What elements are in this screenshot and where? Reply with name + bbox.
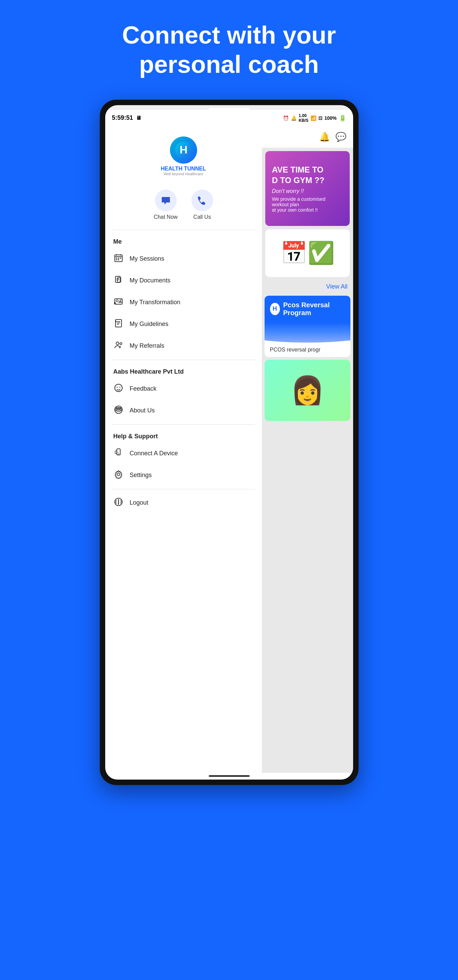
bell-icon: 🔔 — [291, 115, 297, 121]
battery-icon: 🔋 — [339, 115, 346, 122]
svg-point-29 — [116, 387, 118, 388]
svg-point-26 — [116, 342, 119, 345]
schedule-icon: 📅✅ — [280, 240, 335, 266]
alarm-icon: ⏰ — [283, 115, 289, 121]
svg-rect-7 — [118, 258, 119, 259]
referrals-icon — [113, 340, 124, 352]
documents-icon — [113, 275, 124, 286]
notifications-icon[interactable]: 🔔 — [319, 132, 330, 142]
menu-item-my-transformation[interactable]: My Transformation — [105, 292, 262, 313]
chat-now-button[interactable]: Chat Now — [153, 189, 177, 220]
divider-4 — [112, 489, 255, 489]
menu-item-about-us[interactable]: About Us — [105, 400, 262, 422]
svg-point-36 — [118, 409, 119, 410]
guidelines-svg — [114, 319, 123, 328]
call-us-button[interactable]: Call Us — [191, 189, 213, 220]
call-icon-circle — [191, 189, 213, 211]
menu-item-connect-device[interactable]: Connect A Device — [105, 443, 262, 465]
call-svg-icon — [197, 195, 208, 206]
sessions-icon — [113, 253, 124, 264]
svg-point-27 — [120, 343, 122, 345]
svg-rect-21 — [115, 320, 121, 327]
menu-item-my-guidelines[interactable]: My Guidelines — [105, 313, 262, 335]
call-us-label: Call Us — [193, 214, 211, 220]
top-icons-bar: 🔔 💬 — [262, 126, 353, 148]
feedback-label: Feedback — [130, 385, 156, 392]
battery-percent: 100% — [324, 115, 337, 121]
app-logo: H — [170, 137, 197, 164]
menu-item-settings[interactable]: Settings — [105, 465, 262, 486]
logo-area: H HEALTH TUNNEL Well beyond Healthcare — [105, 126, 262, 183]
svg-rect-9 — [116, 259, 117, 260]
promo-desc: We provide a customised workout plan at … — [272, 196, 343, 213]
screen-content: H HEALTH TUNNEL Well beyond Healthcare — [105, 126, 353, 773]
settings-svg — [114, 470, 123, 479]
sessions-svg — [114, 253, 123, 262]
woman-image: 👩 — [290, 374, 324, 406]
connect-device-label: Connect A Device — [130, 450, 178, 457]
speed-indicator: 1.00KB/S — [298, 113, 308, 123]
divider-1 — [112, 230, 255, 230]
menu-item-my-referrals[interactable]: My Referrals — [105, 335, 262, 357]
svg-point-28 — [115, 384, 122, 392]
section-support-header: Help & Support — [105, 427, 262, 443]
about-us-label: About Us — [130, 407, 155, 414]
svg-point-17 — [116, 300, 118, 302]
logout-svg — [114, 498, 123, 506]
feedback-svg — [114, 383, 123, 392]
pcos-footer: PCOS reversal progr — [265, 343, 350, 357]
device-frame: 5:59:51 🖥 ⏰ 🔔 1.00KB/S 📶 ⊡ 100% 🔋 — [100, 100, 359, 785]
divider-2 — [112, 360, 255, 360]
svg-point-19 — [120, 299, 121, 301]
status-right: ⏰ 🔔 1.00KB/S 📶 ⊡ 100% 🔋 — [283, 113, 346, 123]
svg-rect-40 — [115, 451, 117, 453]
home-indicator — [105, 773, 353, 780]
time-display: 5:59:51 — [112, 115, 133, 121]
transformation-svg — [114, 297, 123, 306]
menu-item-my-sessions[interactable]: My Sessions — [105, 248, 262, 270]
page-header: Connect with your personal coach — [88, 0, 370, 93]
wifi-icon: 📶 — [311, 115, 316, 121]
chat-now-label: Chat Now — [153, 214, 177, 220]
my-transformation-label: My Transformation — [130, 299, 180, 306]
my-guidelines-label: My Guidelines — [130, 321, 169, 328]
device-screen: 5:59:51 🖥 ⏰ 🔔 1.00KB/S 📶 ⊡ 100% 🔋 — [105, 105, 353, 780]
svg-point-35 — [116, 409, 118, 410]
svg-text:H: H — [179, 143, 187, 156]
view-all-link[interactable]: View All — [326, 283, 348, 290]
woman-card: 👩 — [265, 360, 350, 421]
schedule-card: 📅✅ — [265, 229, 350, 277]
menu-item-logout[interactable]: Logout — [105, 492, 262, 514]
pcos-card: H Pcos Reversal Program PCOS reversal pr… — [265, 296, 350, 357]
pcos-title: Pcos Reversal Program — [283, 301, 345, 317]
svg-rect-10 — [118, 259, 119, 260]
status-bar: 5:59:51 🖥 ⏰ 🔔 1.00KB/S 📶 ⊡ 100% 🔋 — [105, 110, 353, 126]
chat-top-icon[interactable]: 💬 — [335, 132, 346, 142]
main-content: 🔔 💬 AVE TIME TO D TO GYM ?? Don't worry … — [262, 126, 353, 773]
pcos-logo: H — [270, 303, 280, 315]
status-left: 5:59:51 🖥 — [112, 115, 141, 121]
my-documents-label: My Documents — [130, 277, 171, 284]
logo-svg: H — [175, 142, 192, 159]
connect-device-icon — [113, 448, 124, 459]
svg-rect-25 — [115, 321, 116, 322]
my-referrals-label: My Referrals — [130, 342, 164, 350]
view-all-row: View All — [262, 280, 353, 293]
svg-rect-6 — [116, 258, 117, 259]
svg-rect-8 — [120, 258, 121, 259]
menu-item-my-documents[interactable]: My Documents — [105, 270, 262, 292]
section-company-header: Aabs Healthcare Pvt Ltd — [105, 363, 262, 378]
menu-item-feedback[interactable]: Feedback — [105, 378, 262, 400]
transformation-icon — [113, 297, 124, 308]
pcos-wave — [265, 322, 350, 343]
screenshot-icon: ⊡ — [318, 115, 322, 121]
section-me-header: Me — [105, 233, 262, 248]
promo-dont-worry: Don't worry !! — [272, 188, 343, 194]
pcos-header: H Pcos Reversal Program — [265, 296, 350, 322]
device-svg — [114, 448, 123, 457]
action-buttons-row: Chat Now Call Us — [105, 183, 262, 227]
my-sessions-label: My Sessions — [130, 255, 164, 262]
chat-svg-icon — [160, 195, 171, 206]
svg-point-30 — [119, 387, 120, 388]
app-name: HEALTH TUNNEL — [161, 166, 206, 172]
